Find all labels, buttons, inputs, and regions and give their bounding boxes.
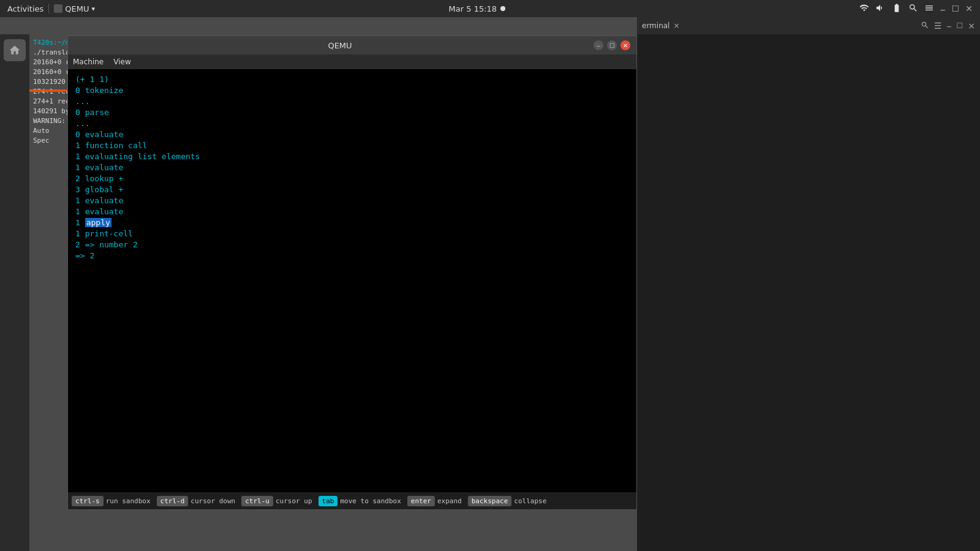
terminal-line-16: 2 => number 2	[75, 239, 629, 250]
qemu-indicator[interactable]: QEMU ▾	[54, 4, 95, 13]
right-panel-header: erminal × ☰ – ☐ ×	[637, 17, 980, 34]
dock-app-icon-1[interactable]	[4, 39, 26, 61]
sysbar-minimize[interactable]: –	[940, 2, 946, 15]
wifi-icon[interactable]	[859, 3, 869, 15]
left-dock	[0, 34, 29, 551]
qemu-terminal-content[interactable]: (+ 1 1) 0 tokenize ... 0 parse ... 0 eva…	[68, 69, 636, 492]
window-minimize-button[interactable]: –	[594, 40, 603, 50]
qemu-titlebar: QEMU – ☐ ✕	[68, 36, 636, 54]
right-panel-minimize-icon[interactable]: –	[947, 20, 952, 32]
menu-view[interactable]: View	[113, 58, 130, 66]
right-panel-tab: erminal ×	[642, 21, 679, 30]
right-panel: erminal × ☰ – ☐ ×	[637, 17, 980, 551]
right-panel-tab-close[interactable]: ×	[673, 21, 679, 30]
shortcut-ctrl-s-key[interactable]: ctrl-s	[72, 496, 104, 506]
divider	[48, 4, 49, 13]
terminal-line-7: 1 function call	[75, 140, 629, 151]
terminal-line-1: (+ 1 1)	[75, 74, 629, 85]
qemu-window-title: QEMU	[86, 41, 594, 50]
qemu-window: QEMU – ☐ ✕ Machine View (+ 1 1) 0 tokeni…	[67, 36, 637, 510]
sysbar-close[interactable]: ✕	[965, 4, 973, 13]
shortcut-ctrl-u-label: cursor up	[276, 497, 312, 505]
system-bar-right: – ☐ ✕	[859, 2, 973, 15]
hamburger-icon[interactable]	[924, 3, 934, 15]
terminal-line-8: 1 evaluating list elements	[75, 151, 629, 162]
shortcut-tab-key[interactable]: tab	[318, 496, 338, 506]
right-panel-close-icon[interactable]: ×	[968, 21, 975, 31]
window-controls-right: – ☐ ✕	[594, 40, 630, 50]
right-panel-title: erminal	[642, 21, 669, 30]
terminal-line-15: 1 print-cell	[75, 228, 629, 239]
shortcut-ctrl-u-key[interactable]: ctrl-u	[241, 496, 273, 506]
notification-dot	[500, 6, 505, 11]
terminal-line-13: 1 evaluate	[75, 206, 629, 217]
system-bar: Activities QEMU ▾ Mar 5 15:18	[0, 0, 980, 17]
window-close-button[interactable]: ✕	[620, 40, 630, 50]
system-bar-left: Activities QEMU ▾	[7, 4, 95, 13]
shortcut-enter-key[interactable]: enter	[407, 496, 435, 506]
right-panel-controls: ☰ – ☐ ×	[921, 20, 975, 32]
shortcut-ctrl-d-label: cursor down	[190, 497, 235, 505]
volume-icon[interactable]	[875, 3, 885, 15]
terminal-line-17: => 2	[75, 250, 629, 261]
battery-icon[interactable]	[891, 3, 902, 15]
desktop: T420s:~/mu ./translate s 20160+0 recor 2…	[0, 17, 980, 551]
apply-line-prefix: 1	[75, 218, 85, 227]
system-bar-center: Mar 5 15:18	[449, 4, 506, 13]
terminal-line-10: 2 lookup +	[75, 173, 629, 184]
menu-machine[interactable]: Machine	[73, 58, 104, 66]
terminal-line-9: 1 evaluate	[75, 162, 629, 173]
terminal-line-3: ...	[75, 96, 629, 107]
shortcut-tab-label: move to sandbox	[340, 497, 401, 505]
activities-button[interactable]: Activities	[7, 4, 43, 13]
terminal-line-6: 0 evaluate	[75, 129, 629, 140]
sysbar-maximize[interactable]: ☐	[952, 4, 960, 13]
qemu-menubar: Machine View	[68, 54, 636, 69]
terminal-line-2: 0 tokenize	[75, 85, 629, 96]
right-panel-search-icon[interactable]	[921, 21, 929, 31]
shortcut-ctrl-s-label: run sandbox	[106, 497, 151, 505]
datetime-label: Mar 5 15:18	[449, 4, 497, 13]
window-maximize-button[interactable]: ☐	[607, 40, 617, 50]
search-icon[interactable]	[908, 3, 918, 15]
shortcut-enter-label: expand	[437, 497, 462, 505]
terminal-line-14-apply: 1 apply	[75, 217, 629, 228]
right-panel-maximize-icon[interactable]: ☐	[957, 21, 963, 30]
qemu-app-icon	[54, 4, 62, 13]
keyboard-shortcuts-bar: ctrl-s run sandbox ctrl-d cursor down ct…	[68, 492, 636, 509]
shortcut-ctrl-d-key[interactable]: ctrl-d	[157, 496, 189, 506]
qemu-indicator-label: QEMU	[65, 4, 89, 13]
terminal-line-4: 0 parse	[75, 107, 629, 118]
terminal-line-11: 3 global +	[75, 184, 629, 195]
qemu-dropdown-icon: ▾	[92, 5, 96, 13]
right-panel-menu-icon[interactable]: ☰	[934, 21, 942, 31]
shortcut-backspace-label: collapse	[514, 497, 546, 505]
apply-highlighted: apply	[85, 218, 111, 227]
terminal-line-5: ...	[75, 118, 629, 129]
terminal-line-12: 1 evaluate	[75, 195, 629, 206]
shortcut-backspace-key[interactable]: backspace	[468, 496, 512, 506]
